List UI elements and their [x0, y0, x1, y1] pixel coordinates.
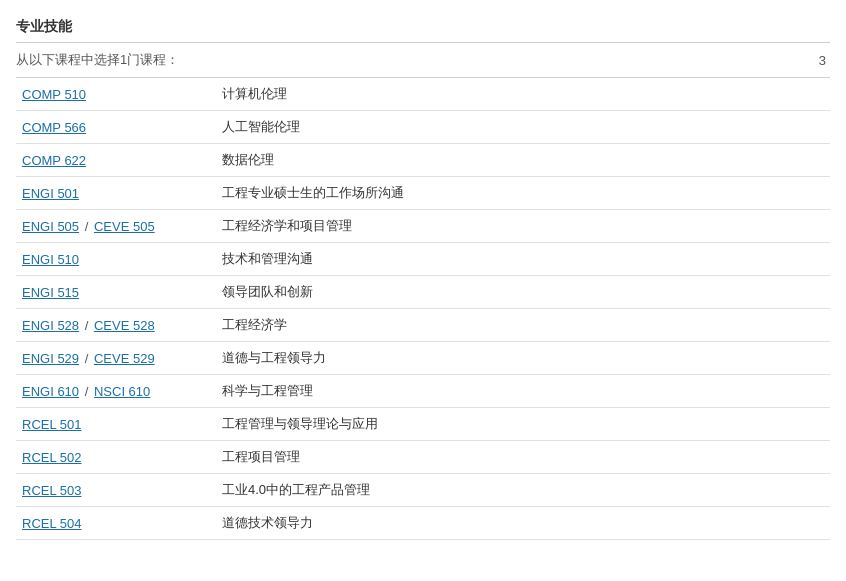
course-link[interactable]: NSCI 610 [94, 384, 150, 399]
table-row: RCEL 502工程项目管理 [16, 441, 830, 474]
course-link[interactable]: ENGI 610 [22, 384, 79, 399]
course-separator: / [81, 351, 92, 366]
course-name-cell: 工程管理与领导理论与应用 [216, 408, 830, 441]
course-code-cell: ENGI 501 [16, 177, 216, 210]
course-name-cell: 人工智能伦理 [216, 111, 830, 144]
course-separator: / [81, 318, 92, 333]
course-link[interactable]: ENGI 528 [22, 318, 79, 333]
table-row: ENGI 529 / CEVE 529道德与工程领导力 [16, 342, 830, 375]
table-row: ENGI 610 / NSCI 610科学与工程管理 [16, 375, 830, 408]
course-code-cell: RCEL 503 [16, 474, 216, 507]
table-row: COMP 510计算机伦理 [16, 78, 830, 111]
course-code-cell: RCEL 504 [16, 507, 216, 540]
course-code-cell: ENGI 529 / CEVE 529 [16, 342, 216, 375]
course-code-cell: ENGI 505 / CEVE 505 [16, 210, 216, 243]
selection-label: 从以下课程中选择1门课程： [16, 51, 179, 69]
course-name-cell: 技术和管理沟通 [216, 243, 830, 276]
course-code-cell: ENGI 610 / NSCI 610 [16, 375, 216, 408]
course-code-cell: COMP 566 [16, 111, 216, 144]
course-link[interactable]: ENGI 501 [22, 186, 79, 201]
course-link[interactable]: RCEL 504 [22, 516, 82, 531]
course-code-cell: COMP 510 [16, 78, 216, 111]
course-link[interactable]: CEVE 528 [94, 318, 155, 333]
course-link[interactable]: ENGI 510 [22, 252, 79, 267]
course-name-cell: 道德与工程领导力 [216, 342, 830, 375]
selection-header: 从以下课程中选择1门课程： 3 [16, 43, 830, 78]
course-code-cell: ENGI 515 [16, 276, 216, 309]
selection-count: 3 [819, 53, 830, 68]
course-link[interactable]: COMP 622 [22, 153, 86, 168]
table-row: ENGI 528 / CEVE 528工程经济学 [16, 309, 830, 342]
course-name-cell: 工程项目管理 [216, 441, 830, 474]
table-row: ENGI 515领导团队和创新 [16, 276, 830, 309]
table-row: ENGI 505 / CEVE 505工程经济学和项目管理 [16, 210, 830, 243]
course-name-cell: 数据伦理 [216, 144, 830, 177]
course-name-cell: 科学与工程管理 [216, 375, 830, 408]
table-row: RCEL 501工程管理与领导理论与应用 [16, 408, 830, 441]
course-link[interactable]: COMP 566 [22, 120, 86, 135]
course-link[interactable]: ENGI 515 [22, 285, 79, 300]
course-name-cell: 工业4.0中的工程产品管理 [216, 474, 830, 507]
course-code-cell: ENGI 528 / CEVE 528 [16, 309, 216, 342]
course-name-cell: 工程经济学和项目管理 [216, 210, 830, 243]
course-name-cell: 计算机伦理 [216, 78, 830, 111]
table-row: RCEL 503工业4.0中的工程产品管理 [16, 474, 830, 507]
table-row: RCEL 504道德技术领导力 [16, 507, 830, 540]
section-title: 专业技能 [16, 10, 830, 43]
table-row: COMP 622数据伦理 [16, 144, 830, 177]
course-name-cell: 工程经济学 [216, 309, 830, 342]
table-row: COMP 566人工智能伦理 [16, 111, 830, 144]
course-link[interactable]: CEVE 505 [94, 219, 155, 234]
course-link[interactable]: COMP 510 [22, 87, 86, 102]
course-link[interactable]: CEVE 529 [94, 351, 155, 366]
course-link[interactable]: RCEL 503 [22, 483, 82, 498]
table-row: ENGI 501工程专业硕士生的工作场所沟通 [16, 177, 830, 210]
course-table: COMP 510计算机伦理COMP 566人工智能伦理COMP 622数据伦理E… [16, 78, 830, 540]
course-link[interactable]: RCEL 502 [22, 450, 82, 465]
course-name-cell: 工程专业硕士生的工作场所沟通 [216, 177, 830, 210]
course-link[interactable]: RCEL 501 [22, 417, 82, 432]
course-code-cell: COMP 622 [16, 144, 216, 177]
course-name-cell: 道德技术领导力 [216, 507, 830, 540]
course-separator: / [81, 384, 92, 399]
course-name-cell: 领导团队和创新 [216, 276, 830, 309]
course-link[interactable]: ENGI 505 [22, 219, 79, 234]
course-separator: / [81, 219, 92, 234]
course-link[interactable]: ENGI 529 [22, 351, 79, 366]
course-code-cell: RCEL 502 [16, 441, 216, 474]
table-row: ENGI 510技术和管理沟通 [16, 243, 830, 276]
course-code-cell: ENGI 510 [16, 243, 216, 276]
course-code-cell: RCEL 501 [16, 408, 216, 441]
